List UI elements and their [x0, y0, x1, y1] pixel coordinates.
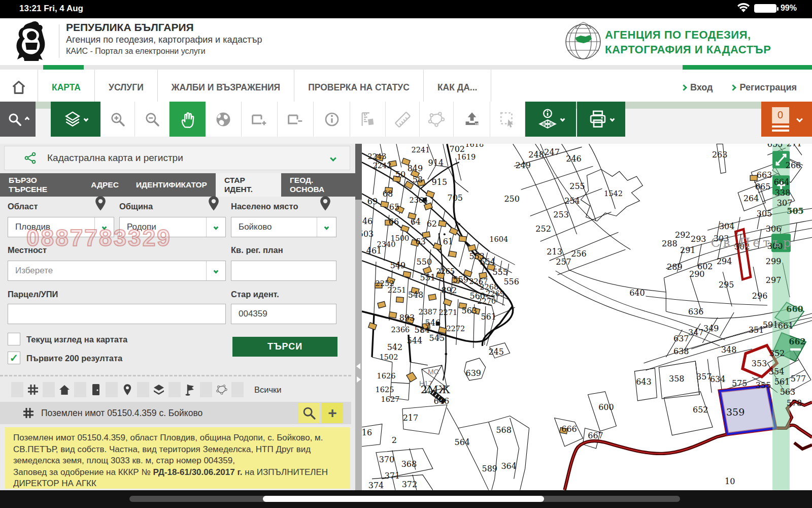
result-row[interactable]: Поземлен имот 05150.4.359 с. Бойково +	[0, 402, 351, 424]
filter-blank[interactable]	[74, 382, 86, 397]
search-tool-button[interactable]	[0, 102, 36, 137]
home-button[interactable]	[0, 70, 38, 105]
expand-panel-arrow[interactable]	[357, 376, 361, 383]
print-button[interactable]	[577, 102, 625, 137]
result-zoom-button[interactable]	[298, 403, 320, 423]
nav-item-2[interactable]: ЖАЛБИ И ВЪЗРАЖЕНИЯ	[158, 70, 294, 105]
starident-input[interactable]: 004359	[231, 304, 336, 324]
filter-blank[interactable]	[231, 382, 244, 397]
svg-text:266: 266	[786, 161, 801, 170]
filter-blank[interactable]	[200, 382, 212, 397]
agency-globe-logo	[563, 19, 603, 63]
nav-item-0[interactable]: КАРТА	[38, 70, 95, 105]
measure-distance-button[interactable]	[386, 102, 420, 137]
filter-building-button[interactable]	[90, 382, 102, 397]
tab-4[interactable]: ГЕОД. ОСНОВА	[281, 173, 355, 197]
svg-text:248: 248	[528, 150, 544, 160]
panel-scrollbar-thumb[interactable]	[355, 144, 362, 200]
filter-all-label[interactable]: Всички	[254, 385, 282, 395]
svg-text:253: 253	[553, 210, 568, 219]
coat-of-arms-logo	[8, 20, 55, 64]
starident-label: Стар идент.	[231, 290, 279, 299]
svg-text:561: 561	[481, 312, 496, 322]
svg-text:545: 545	[429, 333, 445, 343]
naseleno-select[interactable]: Бойково	[231, 217, 336, 237]
svg-text:353: 353	[752, 359, 767, 368]
polygon-icon	[216, 384, 228, 396]
selection-counter-button[interactable]: 0	[761, 102, 812, 137]
house-icon	[58, 384, 71, 395]
info-button[interactable]	[314, 102, 350, 137]
upload-button[interactable]	[454, 102, 490, 137]
pan-hand-button[interactable]	[170, 102, 206, 137]
zoom-window-in-button[interactable]	[242, 102, 278, 137]
draw-polygon-button[interactable]	[420, 102, 454, 137]
nav-item-4[interactable]: КАК ДА...	[424, 70, 492, 105]
filter-parcel-button[interactable]	[27, 382, 39, 397]
tab-1[interactable]: АДРЕС	[82, 173, 127, 197]
svg-text:666: 666	[561, 424, 577, 434]
nav-item-1[interactable]: УСЛУГИ	[95, 70, 158, 105]
identify-layers-button[interactable]	[525, 102, 576, 137]
map-layer-select[interactable]: Кадастрална карта и регистри	[4, 146, 350, 170]
filter-pin-button[interactable]	[121, 382, 133, 397]
tab-0[interactable]: БЪРЗО ТЪРСЕНЕ	[0, 173, 82, 197]
select-region-button[interactable]	[490, 102, 525, 137]
svg-text:304: 304	[719, 221, 734, 231]
measure-area-button[interactable]	[350, 102, 386, 137]
svg-text:359: 359	[726, 406, 745, 418]
filter-house-button[interactable]	[58, 382, 71, 397]
svg-text:2387: 2387	[418, 308, 437, 316]
filter-layers-button[interactable]	[153, 382, 165, 397]
pin-icon	[319, 196, 332, 212]
svg-text:306: 306	[766, 224, 781, 234]
kvreg-input[interactable]	[231, 261, 336, 281]
panel-resize-handle[interactable]	[355, 144, 362, 490]
svg-text:914: 914	[428, 158, 444, 168]
nav-item-label: ПРОВЕРКА НА СТАТУС	[308, 82, 410, 93]
svg-text:1618: 1618	[465, 144, 484, 148]
filter-blank[interactable]	[11, 382, 23, 397]
collapse-panel-arrow[interactable]	[356, 363, 360, 369]
first200-checkbox[interactable]: ✓	[8, 352, 20, 364]
current-view-checkbox[interactable]	[8, 333, 20, 345]
svg-text:600: 600	[598, 402, 614, 412]
login-link[interactable]: Вход	[682, 82, 713, 93]
result-add-button[interactable]: +	[322, 403, 343, 423]
zoom-out-button[interactable]	[135, 102, 170, 137]
filter-polygon-button[interactable]	[216, 382, 228, 397]
filter-blank[interactable]	[106, 382, 118, 397]
cadastral-map[interactable]: 2243224191470216191618224284950589156869…	[362, 144, 812, 490]
svg-text:374: 374	[368, 481, 384, 490]
scrollbar-thumb[interactable]	[263, 496, 544, 502]
chevron-down-icon	[796, 116, 803, 122]
svg-text:271: 271	[787, 144, 802, 148]
filter-flag-button[interactable]	[184, 382, 196, 397]
nav-item-3[interactable]: ПРОВЕРКА НА СТАТУС	[294, 70, 424, 105]
register-link[interactable]: Регистрация	[731, 82, 797, 93]
tab-2[interactable]: ИДЕНТИФИКАТОР	[127, 173, 216, 197]
layers-icon	[64, 111, 81, 128]
filter-blank[interactable]	[137, 382, 149, 397]
tab-3[interactable]: СТАР ИДЕНТ.	[216, 173, 281, 197]
search-icon	[302, 406, 316, 420]
result-title: Поземлен имот 05150.4.359 с. Бойково	[41, 408, 202, 419]
filter-blank[interactable]	[168, 382, 181, 397]
svg-text:305: 305	[757, 209, 772, 218]
zoom-in-button[interactable]	[100, 102, 135, 137]
globe-button[interactable]	[206, 102, 242, 137]
grid-parcel-icon	[23, 407, 34, 419]
svg-text:217: 217	[403, 413, 418, 423]
svg-text:503: 503	[362, 229, 374, 239]
svg-text:578: 578	[787, 398, 802, 408]
pin-icon	[123, 384, 132, 396]
filter-blank[interactable]	[43, 382, 55, 397]
search-button[interactable]: ТЪРСИ	[232, 337, 337, 357]
mestnost-select[interactable]: Изберете	[8, 261, 226, 281]
globe-icon	[215, 111, 232, 128]
layers-button[interactable]	[51, 102, 100, 137]
horizontal-scrollbar[interactable]	[129, 496, 680, 502]
zoom-window-out-button[interactable]	[278, 102, 314, 137]
parcel-input[interactable]	[8, 304, 226, 324]
svg-text:370: 370	[379, 455, 394, 464]
